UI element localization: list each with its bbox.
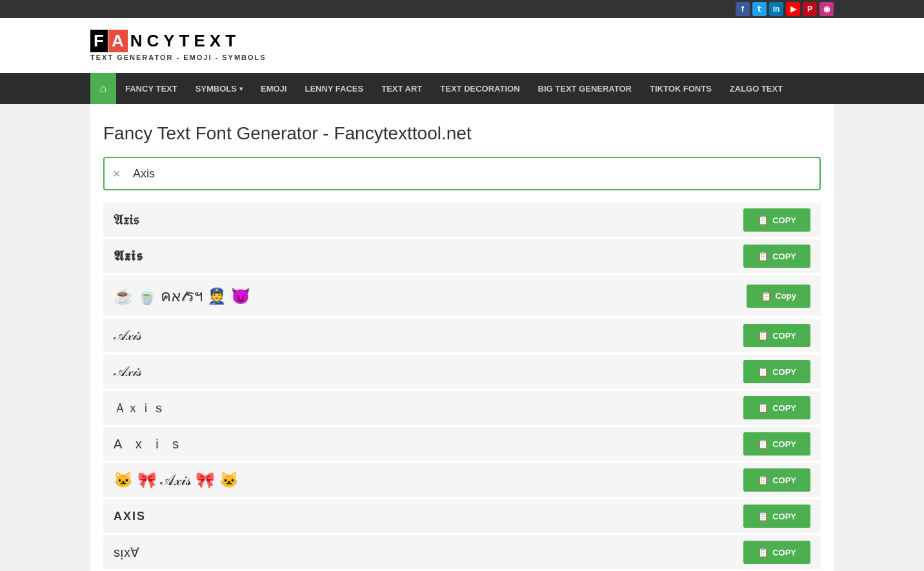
results-list: 𝔄𝔵𝔦𝔰 📋 COPY 𝕬𝖝𝖎𝖘 📋 COPY ☕ 🍵 คא𝓉รฯ 👮 😈 📋 …	[103, 203, 821, 569]
result-text-8: 🐱 🎀 𝒜𝓍𝒾𝓈 🎀 🐱	[114, 463, 743, 497]
nav-item-fancy-text[interactable]: FANCY TEXT	[116, 73, 186, 104]
youtube-icon[interactable]: ▶	[786, 2, 800, 16]
copy-label: COPY	[772, 215, 796, 225]
nav-item-symbols[interactable]: SYMBOLS ▾	[186, 73, 252, 104]
table-row: 🐱 🎀 𝒜𝓍𝒾𝓈 🎀 🐱 📋 COPY	[103, 463, 821, 497]
copy-label: COPY	[772, 439, 796, 449]
table-row: sᴉx∀ 📋 COPY	[103, 536, 821, 569]
result-text-2: 𝕬𝖝𝖎𝖘	[114, 240, 743, 272]
chevron-down-icon: ▾	[239, 85, 243, 92]
logo-letter-x: X	[208, 30, 223, 52]
main-nav: ⌂ FANCY TEXT SYMBOLS ▾ EMOJI LENNY FACES…	[0, 73, 924, 104]
pinterest-icon[interactable]: P	[803, 2, 817, 16]
logo-letter-t: T	[177, 30, 192, 52]
logo-letter-a: A	[108, 30, 128, 52]
logo-letter-t2: T	[223, 30, 238, 52]
nav-item-emoji[interactable]: EMOJI	[252, 73, 296, 104]
header: F A N C Y T E X T TEXT GENERATOR - EMOJI…	[0, 18, 924, 73]
result-text-3: ☕ 🍵 คא𝓉รฯ 👮 😈	[114, 275, 747, 316]
copy-icon: 📋	[758, 251, 768, 261]
table-row: 𝔄𝔵𝔦𝔰 📋 COPY	[103, 203, 821, 237]
copy-label: COPY	[772, 403, 796, 413]
search-input[interactable]	[128, 158, 819, 189]
copy-button-4[interactable]: 📋 COPY	[743, 324, 810, 347]
nav-item-tiktok[interactable]: TIKTOK FONTS	[641, 73, 721, 104]
facebook-icon[interactable]: f	[736, 2, 750, 16]
table-row: 𝒜𝓍𝒾𝓈 📋 COPY	[103, 355, 821, 388]
copy-icon: 📋	[758, 403, 768, 413]
result-text-1: 𝔄𝔵𝔦𝔰	[114, 204, 743, 236]
social-icons-group: f 𝕥 in ▶ P ◉	[736, 2, 834, 16]
table-row: 𝒜𝓍𝒾𝓈 📋 COPY	[103, 319, 821, 352]
copy-label: COPY	[772, 252, 796, 261]
copy-button-5[interactable]: 📋 COPY	[743, 360, 810, 383]
copy-label: COPY	[772, 548, 796, 557]
result-text-5: 𝒜𝓍𝒾𝓈	[114, 356, 743, 388]
logo-subtitle: TEXT GENERATOR - EMOJI - SYMBOLS	[90, 54, 266, 61]
nav-item-big-text[interactable]: BIG TEXT GENERATOR	[529, 73, 641, 104]
copy-button-8[interactable]: 📋 COPY	[743, 468, 810, 492]
table-row: Ａｘｉｓ 📋 COPY	[103, 391, 821, 425]
copy-label: COPY	[772, 512, 796, 521]
nav-item-text-art[interactable]: TEXT ART	[372, 73, 431, 104]
logo-letter-f: F	[90, 30, 108, 52]
search-container: ✕	[103, 157, 821, 190]
result-text-7: A x i s	[114, 429, 743, 459]
result-text-6: Ａｘｉｓ	[114, 392, 743, 425]
copy-icon: 📋	[758, 511, 768, 521]
clear-button[interactable]: ✕	[105, 158, 128, 189]
nav-home-button[interactable]: ⌂	[90, 73, 116, 104]
copy-icon: 📋	[758, 547, 768, 557]
nav-item-lenny-faces[interactable]: LENNY FACES	[296, 73, 372, 104]
page-title: Fancy Text Font Generator - Fancytexttoo…	[103, 123, 821, 144]
logo-letter-c: C	[145, 30, 161, 52]
logo-letter-e: E	[192, 30, 207, 52]
linkedin-icon[interactable]: in	[769, 2, 783, 16]
copy-button-6[interactable]: 📋 COPY	[743, 396, 810, 419]
copy-button-2[interactable]: 📋 COPY	[743, 245, 810, 268]
copy-button-10[interactable]: 📋 COPY	[743, 541, 810, 564]
main-content: Fancy Text Font Generator - Fancytexttoo…	[90, 104, 834, 571]
copy-icon: 📋	[758, 475, 768, 485]
copy-icon: 📋	[758, 366, 768, 377]
copy-label: COPY	[772, 367, 796, 377]
table-row: 𝕬𝖝𝖎𝖘 📋 COPY	[103, 239, 821, 273]
table-row: A x i s 📋 COPY	[103, 427, 821, 461]
table-row: AXIS 📋 COPY	[103, 499, 821, 533]
result-text-4: 𝒜𝓍𝒾𝓈	[114, 319, 743, 352]
logo[interactable]: F A N C Y T E X T TEXT GENERATOR - EMOJI…	[90, 30, 266, 61]
copy-icon: 📋	[758, 330, 768, 341]
result-text-10: sᴉx∀	[114, 537, 743, 568]
nav-item-zalgo[interactable]: ZALGO TEXT	[721, 73, 792, 104]
logo-text: F A N C Y T E X T	[90, 30, 266, 52]
result-text-9: AXIS	[114, 502, 743, 531]
copy-icon: 📋	[758, 215, 768, 225]
copy-icon: 📋	[758, 439, 768, 449]
copy-icon: 📋	[761, 291, 772, 301]
copy-button-3[interactable]: 📋 Copy	[747, 285, 811, 308]
copy-button-7[interactable]: 📋 COPY	[743, 432, 810, 456]
instagram-icon[interactable]: ◉	[819, 2, 834, 16]
top-bar: f 𝕥 in ▶ P ◉	[0, 0, 924, 18]
copy-button-1[interactable]: 📋 COPY	[743, 208, 810, 232]
copy-label: COPY	[772, 331, 796, 341]
twitter-icon[interactable]: 𝕥	[752, 2, 767, 16]
nav-item-text-decoration[interactable]: TEXT DECORATION	[431, 73, 528, 104]
copy-button-9[interactable]: 📋 COPY	[743, 505, 810, 528]
copy-label-3: Copy	[776, 291, 797, 301]
logo-letter-n: N	[128, 30, 145, 52]
copy-label: COPY	[772, 476, 796, 485]
logo-letter-y: Y	[161, 30, 177, 52]
table-row: ☕ 🍵 คא𝓉รฯ 👮 😈 📋 Copy	[103, 275, 821, 316]
